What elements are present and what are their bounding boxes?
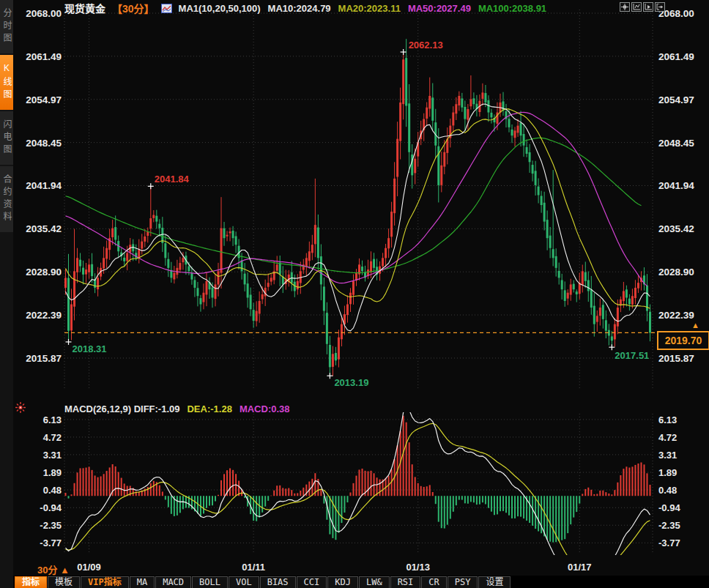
macd-axis-label-right: 0.48 bbox=[658, 485, 697, 496]
price-annotation: 2017.51 bbox=[615, 350, 649, 361]
y-axis-label-right: 2035.42 bbox=[658, 223, 697, 234]
price-annotation: 2013.19 bbox=[334, 377, 368, 388]
ma-value-label: MA10:2024.79 bbox=[268, 3, 331, 14]
candlestick-series bbox=[64, 39, 651, 376]
macd-axis-label-right: 1.89 bbox=[658, 467, 697, 478]
sidebar-tab-2[interactable]: K线图 bbox=[0, 55, 13, 110]
indicator-tab-RSI[interactable]: RSI bbox=[390, 576, 421, 588]
macd-axis-label-right: 6.13 bbox=[658, 414, 697, 425]
sidebar-tab-1[interactable]: 分时图 bbox=[0, 0, 13, 53]
y-axis-label-right: 2048.45 bbox=[658, 138, 697, 149]
macd-axis-label-left: 0.48 bbox=[23, 485, 62, 496]
macd-axis-label-right: 4.72 bbox=[658, 432, 697, 443]
y-axis-label-right: 2041.94 bbox=[658, 180, 697, 191]
sidebar-tab-3[interactable]: 闪电图 bbox=[0, 111, 13, 165]
indicator-tab-KDJ[interactable]: KDJ bbox=[327, 576, 358, 588]
macd-axis-label-left: 1.89 bbox=[23, 467, 62, 478]
ma-value-label: MA1(10,20,50,100) bbox=[179, 3, 261, 14]
mini-chart-icon bbox=[161, 4, 172, 13]
indicator-tab-VIP指标[interactable]: VIP指标 bbox=[81, 576, 129, 588]
period-badge: 【30分】 bbox=[112, 1, 155, 15]
price-annotation: 2062.13 bbox=[409, 40, 443, 51]
current-price-label: 2019.70 bbox=[657, 331, 709, 350]
indicator-tab-VOL[interactable]: VOL bbox=[229, 576, 259, 588]
macd-value-label: MACD(26,12,9) DIFF:-1.09 bbox=[64, 403, 179, 414]
macd-axis-label-left: -2.35 bbox=[23, 520, 62, 531]
indicator-tab-PSY[interactable]: PSY bbox=[448, 576, 478, 588]
macd-axis-label-right: -3.77 bbox=[658, 537, 697, 548]
extreme-point-markers bbox=[66, 49, 615, 379]
y-axis-label-left: 2054.97 bbox=[23, 94, 62, 105]
price-annotation: 2041.84 bbox=[155, 174, 189, 185]
price-annotation: 2018.31 bbox=[73, 343, 107, 354]
y-axis-label-left: 2048.45 bbox=[23, 138, 62, 149]
macd-axis-label-right: -0.94 bbox=[658, 502, 697, 513]
y-axis-label-left: 2035.42 bbox=[23, 223, 62, 234]
alert-icon[interactable] bbox=[15, 401, 26, 417]
macd-axis-label-left: 3.31 bbox=[23, 450, 62, 461]
macd-series bbox=[66, 406, 650, 575]
price-macd-chart[interactable] bbox=[0, 0, 709, 588]
indicator-tab-MA[interactable]: MA bbox=[130, 576, 155, 588]
left-sidebar: 分时图K线图闪电图合约资料 bbox=[0, 0, 13, 588]
y-axis-zoom-icon[interactable] bbox=[631, 2, 642, 12]
indicator-tab-bar: 指标模板VIP指标MAMACDBOLLVOLBIASCCIKDJLW&RSICR… bbox=[13, 576, 709, 588]
indicator-tab-BIAS[interactable]: BIAS bbox=[260, 576, 296, 588]
macd-axis-label-left: 4.72 bbox=[23, 432, 62, 443]
period-selector[interactable]: 30分 ▲ bbox=[37, 562, 70, 576]
y-axis-label-left: 2022.39 bbox=[23, 310, 62, 321]
y-axis-label-right: 2028.90 bbox=[658, 267, 697, 278]
macd-axis-label-left: 6.13 bbox=[23, 414, 62, 425]
indicator-tab-指标[interactable]: 指标 bbox=[15, 576, 47, 588]
y-axis-label-right: 2015.87 bbox=[658, 353, 697, 364]
price-up-arrow-icon: ▲ bbox=[691, 321, 699, 330]
y-axis-label-right: 2061.49 bbox=[658, 51, 697, 62]
x-axis-date-label: 01/17 bbox=[557, 562, 601, 573]
indicator-tab-CCI[interactable]: CCI bbox=[297, 576, 327, 588]
indicator-tab-BOLL[interactable]: BOLL bbox=[192, 576, 228, 588]
chart-toolbar bbox=[620, 2, 665, 12]
ma-values: MA1(10,20,50,100)MA10:2024.79MA20:2023.1… bbox=[179, 3, 554, 14]
ma-value-label: MA50:2027.49 bbox=[408, 3, 471, 14]
macd-axis-label-right: 3.31 bbox=[658, 450, 697, 461]
x-axis-date-label: 01/09 bbox=[67, 562, 111, 573]
macd-axis-label-right: -2.35 bbox=[658, 520, 697, 531]
indicator-tab-LW&[interactable]: LW& bbox=[359, 576, 390, 588]
crosshair-icon[interactable] bbox=[620, 2, 630, 12]
y-axis-label-left: 2041.94 bbox=[23, 180, 62, 191]
y-axis-label-left: 2028.90 bbox=[23, 267, 62, 278]
indicator-tab-模板[interactable]: 模板 bbox=[48, 576, 80, 588]
x-axis-date-label: 01/13 bbox=[396, 562, 440, 573]
symbol-name: 现货黄金 bbox=[64, 1, 105, 15]
macd-legend: MACD(26,12,9) DIFF:-1.09DEA:-1.28MACD:0.… bbox=[64, 403, 290, 414]
x-axis-zoom-icon[interactable] bbox=[643, 2, 653, 12]
exit-icon[interactable] bbox=[655, 2, 665, 12]
x-axis-date-label: 01/11 bbox=[231, 562, 275, 573]
indicator-tab-MACD[interactable]: MACD bbox=[155, 576, 191, 588]
main-chart-legend: 现货黄金 【30分】 MA1(10,20,50,100)MA10:2024.79… bbox=[64, 2, 554, 14]
y-axis-label-left: 2015.87 bbox=[23, 353, 62, 364]
macd-value-label: MACD:0.38 bbox=[240, 403, 290, 414]
macd-value-label: DEA:-1.28 bbox=[187, 403, 231, 414]
ma-value-label: MA100:2038.91 bbox=[478, 3, 546, 14]
macd-axis-label-left: -3.77 bbox=[23, 537, 62, 548]
indicator-tab-设置[interactable]: 设置 bbox=[478, 576, 511, 588]
indicator-tab-CR[interactable]: CR bbox=[421, 576, 446, 588]
ma-value-label: MA20:2023.11 bbox=[338, 3, 401, 14]
y-axis-label-right: 2054.97 bbox=[658, 94, 697, 105]
y-axis-label-right: 2022.39 bbox=[658, 310, 697, 321]
macd-axis-label-left: -0.94 bbox=[23, 502, 62, 513]
y-axis-label-left: 2061.49 bbox=[23, 51, 62, 62]
y-axis-label-left: 2068.00 bbox=[23, 8, 62, 19]
sidebar-tab-4[interactable]: 合约资料 bbox=[0, 166, 13, 232]
x-axis-row: 30分 ▲ 01/0901/1101/1301/17 bbox=[13, 559, 709, 576]
trading-app-window: 分时图K线图闪电图合约资料 现货黄金 【30分】 MA1(10,20,50,10… bbox=[0, 0, 709, 588]
